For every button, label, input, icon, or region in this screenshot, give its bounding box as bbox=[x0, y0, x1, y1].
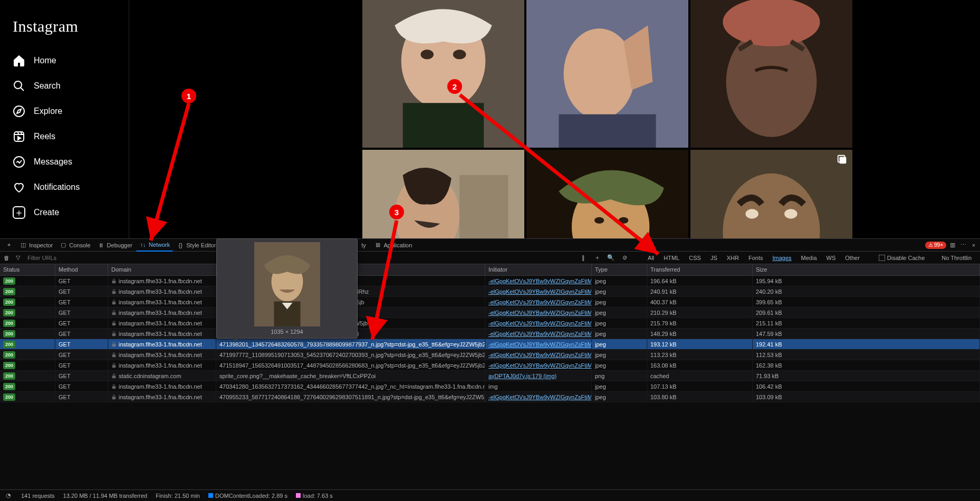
svg-rect-36 bbox=[112, 312, 116, 315]
col-status[interactable]: Status bbox=[0, 264, 55, 275]
filter-urls-input[interactable] bbox=[25, 254, 104, 262]
svg-point-14 bbox=[723, 0, 820, 46]
table-row[interactable]: 200GETinstagram.flhe33-1.fna.fbcdn.nett-… bbox=[0, 329, 980, 339]
network-filter-bar: 🗑 ▽ ‖ ＋ 🔍 ⊘ All HTML CSS JS XHR Fonts Im… bbox=[0, 252, 980, 264]
table-row[interactable]: 200GETinstagram.flhe33-1.fna.fbcdn.net47… bbox=[0, 360, 980, 371]
tab-inspector[interactable]: ◫Inspector bbox=[16, 239, 56, 251]
clear-icon[interactable]: 🗑 bbox=[2, 254, 11, 262]
disable-cache-checkbox[interactable]: Disable Cache bbox=[879, 255, 925, 261]
filter-html[interactable]: HTML bbox=[661, 254, 681, 262]
add-icon[interactable]: ＋ bbox=[593, 254, 601, 262]
devtools: ⌖ ◫Inspector ▢Console ⏸Debugger ↑↓Networ… bbox=[0, 238, 980, 501]
col-method[interactable]: Method bbox=[55, 264, 108, 275]
table-row[interactable]: 200GETstatic.cdninstagram.comsprite_core… bbox=[0, 371, 980, 381]
svg-rect-38 bbox=[112, 333, 116, 336]
nav-home[interactable]: Home bbox=[6, 48, 122, 73]
search-icon[interactable]: 🔍 bbox=[607, 254, 615, 262]
grid-cell[interactable] bbox=[362, 0, 524, 148]
tab-debugger[interactable]: ⏸Debugger bbox=[94, 239, 136, 251]
table-row[interactable]: 200GETinstagram.flhe33-1.fna.fbcdn.net5_… bbox=[0, 276, 980, 286]
svg-point-26 bbox=[745, 209, 758, 218]
table-header: Status Method Domain File Initiator Type… bbox=[0, 264, 980, 276]
filter-css[interactable]: CSS bbox=[687, 254, 703, 262]
nav-label: Reels bbox=[34, 132, 55, 141]
nav-label: Notifications bbox=[34, 182, 80, 192]
table-row[interactable]: 200GETinstagram.flhe33-1.fna.fbcdn.net47… bbox=[0, 350, 980, 360]
svg-rect-34 bbox=[112, 291, 116, 294]
close-devtools-icon[interactable]: × bbox=[969, 241, 978, 249]
error-count-badge[interactable]: ⚠99+ bbox=[925, 242, 946, 249]
network-status-bar: ◔ 141 requests 13.20 MB / 11.94 MB trans… bbox=[0, 489, 980, 501]
nav-search[interactable]: Search bbox=[6, 73, 122, 99]
svg-rect-33 bbox=[112, 281, 116, 283]
col-domain[interactable]: Domain bbox=[108, 264, 216, 275]
nav-label: Explore bbox=[34, 107, 62, 116]
svg-point-1 bbox=[14, 106, 24, 117]
filter-fonts[interactable]: Fonts bbox=[746, 254, 765, 262]
nav-notifications[interactable]: Notifications bbox=[6, 175, 122, 200]
throttling-select[interactable]: No Throttlin bbox=[939, 254, 974, 262]
table-row[interactable]: 200GETinstagram.flhe33-1.fna.fbcdn.net=-… bbox=[0, 318, 980, 329]
svg-rect-43 bbox=[112, 386, 116, 389]
nav-label: Create bbox=[34, 208, 59, 217]
nav-label: Search bbox=[34, 81, 61, 91]
svg-point-27 bbox=[784, 209, 798, 218]
status-transferred: 13.20 MB / 11.94 MB transferred bbox=[63, 493, 148, 499]
table-row[interactable]: 200GETinstagram.flhe33-1.fna.fbcdn.net-1… bbox=[0, 297, 980, 307]
svg-point-7 bbox=[453, 50, 466, 59]
status-requests: 141 requests bbox=[21, 493, 55, 499]
col-size[interactable]: Size bbox=[753, 264, 980, 275]
nav-explore[interactable]: Explore bbox=[6, 99, 122, 124]
status-dom: DOMContentLoaded: 2.89 s bbox=[208, 493, 287, 499]
dock-options-icon[interactable]: ⋯ bbox=[959, 241, 967, 249]
filter-media[interactable]: Media bbox=[799, 254, 819, 262]
carousel-icon bbox=[837, 154, 848, 166]
nav-create[interactable]: ＋ Create bbox=[6, 200, 122, 225]
svg-rect-2 bbox=[14, 132, 24, 141]
grid-cell[interactable] bbox=[690, 0, 852, 148]
compass-icon bbox=[13, 105, 25, 118]
table-row[interactable]: 200GETinstagram.flhe33-1.fna.fbcdn.net=d… bbox=[0, 286, 980, 297]
filter-other[interactable]: Other bbox=[843, 254, 862, 262]
annotation-pin-3: 3 bbox=[389, 205, 404, 219]
filter-js[interactable]: JS bbox=[708, 254, 719, 262]
filter-ws[interactable]: WS bbox=[824, 254, 838, 262]
tab-accessibility[interactable]: ty bbox=[357, 239, 371, 251]
annotation-pin-1: 1 bbox=[181, 89, 196, 103]
responsive-mode-icon[interactable]: ▥ bbox=[948, 241, 957, 249]
tab-style-editor[interactable]: {}Style Editor bbox=[174, 239, 219, 251]
tab-application[interactable]: ⊞Application bbox=[371, 239, 416, 251]
col-transferred[interactable]: Transferred bbox=[647, 264, 753, 275]
preview-dimensions: 1035 × 1294 bbox=[220, 329, 354, 335]
status-load: load: 7.63 s bbox=[296, 493, 333, 499]
nav-reels[interactable]: Reels bbox=[6, 124, 122, 149]
tab-console[interactable]: ▢Console bbox=[56, 239, 93, 251]
col-type[interactable]: Type bbox=[592, 264, 647, 275]
filter-all[interactable]: All bbox=[646, 254, 656, 262]
sidebar: Instagram Home Search Explore Reels Mess… bbox=[0, 0, 129, 238]
col-initiator[interactable]: Initiator bbox=[485, 264, 592, 275]
table-row[interactable]: 200GETinstagram.flhe33-1.fna.fbcdn.net=d… bbox=[0, 307, 980, 318]
reels-icon bbox=[13, 130, 25, 143]
filter-images[interactable]: Images bbox=[771, 254, 794, 262]
nav-messages[interactable]: Messages bbox=[6, 149, 122, 175]
svg-rect-44 bbox=[112, 397, 116, 399]
table-row[interactable]: 200GETinstagram.flhe33-1.fna.fbcdn.net47… bbox=[0, 392, 980, 402]
filter-xhr[interactable]: XHR bbox=[725, 254, 741, 262]
status-finish: Finish: 21.50 min bbox=[156, 493, 200, 499]
svg-point-22 bbox=[619, 217, 628, 224]
table-row[interactable]: 200GETinstagram.flhe33-1.fna.fbcdn.net47… bbox=[0, 381, 980, 392]
image-hover-preview: 1035 × 1294 bbox=[216, 238, 358, 339]
svg-point-21 bbox=[594, 217, 604, 224]
grid-cell[interactable] bbox=[526, 0, 688, 148]
filter-icon: ▽ bbox=[14, 254, 22, 262]
logo[interactable]: Instagram bbox=[6, 4, 122, 44]
pause-icon[interactable]: ‖ bbox=[579, 254, 588, 262]
svg-rect-35 bbox=[112, 302, 116, 304]
perf-icon[interactable]: ◔ bbox=[4, 492, 13, 500]
tab-network[interactable]: ↑↓Network bbox=[136, 239, 173, 252]
table-row[interactable]: 200GETinstagram.flhe33-1.fna.fbcdn.net47… bbox=[0, 339, 980, 350]
pick-element-button[interactable]: ⌖ bbox=[2, 239, 16, 251]
block-icon[interactable]: ⊘ bbox=[620, 254, 629, 262]
post-grid bbox=[362, 0, 852, 238]
